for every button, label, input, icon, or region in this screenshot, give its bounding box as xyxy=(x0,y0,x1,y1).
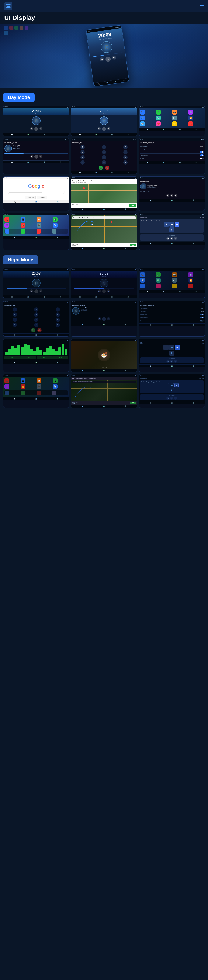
page-header xyxy=(0,0,208,12)
day-appgrid-card: 11:00▮▮ 📞 🎵 📷 ⚙️ ✈️ 🗺️ BT 📶 💬 ❤️ ⭐ 🔴 xyxy=(139,106,205,136)
day-mode-badge: Day Mode xyxy=(3,93,35,102)
night-music-1-card: 11:00▮▮ 20:08 Jun 12 🎵 ⏮ ⏸ ⏭ 📧🗺️⚙️🎵 xyxy=(3,268,69,298)
svg-rect-1 xyxy=(200,5,204,6)
night-row-3: 1:54▮▮ xyxy=(0,339,208,374)
night-mode-badge: Night Mode xyxy=(3,255,38,264)
nav-lines-icon[interactable] xyxy=(199,4,204,8)
day-row-1: 11:00▮▮ 20:08 Jun 12 🎵 ⏮ ⏸ ⏭ 📧🗺️⚙️🎵 11:0… xyxy=(0,106,208,138)
day-music-1-card: 11:00▮▮ 20:08 Jun 12 🎵 ⏮ ⏸ ⏭ 📧🗺️⚙️🎵 xyxy=(3,106,69,136)
night-row-4: 18:44▮▮ 📞 📱 📨 📲 🎵 📻 🎬 📡 xyxy=(0,374,208,412)
bt-settings-card: 11:48▮▮ 20 Bluetooth_Settings Device nam… xyxy=(139,138,205,174)
night-route-card: 18:01▮▮ 10/16 ETA3.0 km Start on Dongjia… xyxy=(139,374,205,408)
night-row-1: 11:00▮▮ 20:08 Jun 12 🎵 ⏮ ⏸ ⏭ 📧🗺️⚙️🎵 11:0… xyxy=(0,268,208,301)
day-nav-route-card: 18:03▮▮ Sunny Coffee Western Restaurant … xyxy=(71,213,137,250)
day-turn-card: 18:01▮▮ 10/16 ETA3.0 km Start on Dongjia… xyxy=(139,213,205,250)
night-mode-section: Night Mode xyxy=(0,253,208,268)
night-bt-music-card: 11:48▮▮ Bluetooth_Music 🎵 Music Title Mu… xyxy=(71,301,137,337)
night-row-2: 11:48▮▮ Bluetooth_Call 1 2 3 4 5 6 7 8 9… xyxy=(0,301,208,339)
bt-call-card: 11:48▮▮ 20 Bluetooth_Call 1 2 3 4 5 6 7 … xyxy=(71,138,137,174)
social-music-card: 18:01▮▮ SocialMusic 🎵 华星_310年.mp3 华星_地球m… xyxy=(139,177,205,211)
day-app-launcher-card: 18:44▮▮ 📞 📱 📨 📲 🎵 📻 🎬 📡 xyxy=(3,213,69,250)
hamburger-menu[interactable] xyxy=(4,2,12,10)
day-row-2: 11:48▮▮ 20 Bluetooth_Music 🎵 Music Title… xyxy=(0,138,208,177)
day-row-3: 1:54▮▮ Google Google 搜索 手气不错 📞🗺️⚙️ 18:33… xyxy=(0,177,208,213)
svg-rect-0 xyxy=(199,4,204,5)
night-bt-call-card: 11:48▮▮ Bluetooth_Call 1 2 3 4 5 6 7 8 9… xyxy=(3,301,69,337)
day-mode-section: Day Mode xyxy=(0,91,208,106)
night-bt-settings-card: 11:48▮▮ Bluetooth_Settings Device name C… xyxy=(139,301,205,337)
page-title-text: UI Display xyxy=(4,14,35,21)
night-nav-arrows-card: 18:01▮▮ ETAkm ⬆ ⬅ ➡ ⬇ Not Playing ⏮ xyxy=(139,339,205,372)
google-card: 1:54▮▮ Google Google 搜索 手气不错 📞🗺️⚙️ xyxy=(3,177,69,211)
night-eq-card: 1:54▮▮ xyxy=(3,339,69,372)
night-food-card: 1:54▮▮ 🍜 Photo View 📧🗺️⚙️ xyxy=(71,339,137,372)
header-logo-area xyxy=(4,2,12,10)
hero-section: 11:00▮▮▮ WiFi 20:08 Wednesday Jun 12 🎵 ⏮… xyxy=(0,24,208,88)
svg-rect-2 xyxy=(199,7,204,8)
night-app-launcher-card: 18:44▮▮ 📞 📱 📨 📲 🎵 📻 🎬 📡 xyxy=(3,374,69,408)
day-row-4: 18:44▮▮ 📞 📱 📨 📲 🎵 📻 🎬 📡 xyxy=(0,213,208,252)
bt-music-card: 11:48▮▮ 20 Bluetooth_Music 🎵 Music Title… xyxy=(3,138,69,174)
page-title: UI Display xyxy=(0,12,208,24)
night-nav-map-card: 18:03▮▮ Sunny Coffee Western Restaurant … xyxy=(71,374,137,408)
night-appgrid-card: 11:00▮▮ 📞 🎵 📷 ⚙️ ✈️ 🗺️ BT 📶 xyxy=(139,268,205,298)
nav-map-card: 18:33▮▮ Sunny Coffee Western Restaurant … xyxy=(71,177,137,211)
day-music-2-card: 11:00▮▮ 20:08 Jun 12 🎵 ⏮ ⏸ ⏭ 📧🗺️⚙️🎵 xyxy=(71,106,137,136)
night-music-2-card: 11:00▮▮ 20:08 Jun 12 🎵 ⏮ ⏸ ⏭ 📧🗺️⚙️🎵 xyxy=(71,268,137,298)
